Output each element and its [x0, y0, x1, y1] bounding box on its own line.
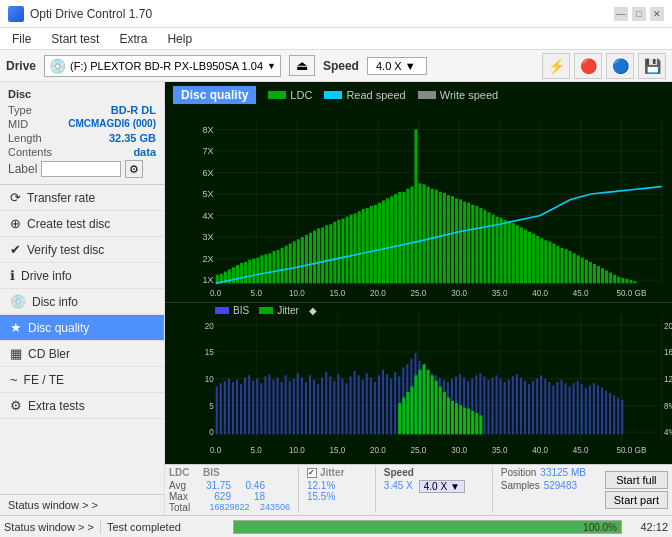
disc-contents-val: data [133, 146, 156, 158]
svg-rect-59 [341, 219, 344, 284]
svg-rect-54 [321, 227, 324, 283]
sidebar-item-transfer-rate[interactable]: ⟳ Transfer rate [0, 185, 164, 211]
status-window-btn[interactable]: Status window > > [0, 494, 164, 515]
svg-rect-60 [345, 217, 348, 284]
svg-rect-47 [293, 241, 296, 283]
sidebar-item-verify-test-disc-label: Verify test disc [27, 243, 104, 257]
svg-rect-186 [281, 382, 283, 434]
close-button[interactable]: ✕ [650, 7, 664, 21]
app-title: Opti Drive Control 1.70 [30, 7, 152, 21]
toolbar-btn-save[interactable]: 💾 [638, 53, 666, 79]
stats-col-jitter: Jitter [320, 467, 344, 478]
svg-rect-84 [443, 193, 446, 283]
svg-rect-249 [536, 378, 538, 434]
maximize-button[interactable]: □ [632, 7, 646, 21]
toolbar-btn-1[interactable]: ⚡ [542, 53, 570, 79]
status-time: 42:12 [628, 521, 668, 533]
svg-rect-94 [483, 210, 486, 283]
sidebar-item-fe-te[interactable]: ~ FE / TE [0, 367, 164, 393]
sidebar-item-disc-info[interactable]: 💿 Disc info [0, 289, 164, 315]
status-window-label: Status window > > [8, 499, 98, 511]
stats-total-label: Total [169, 502, 195, 513]
sidebar-item-create-test-disc[interactable]: ⊕ Create test disc [0, 211, 164, 237]
sidebar-item-verify-test-disc[interactable]: ✔ Verify test disc [0, 237, 164, 263]
svg-rect-83 [439, 192, 442, 283]
svg-rect-49 [301, 237, 304, 283]
sidebar-item-extra-tests[interactable]: ⚙ Extra tests [0, 393, 164, 419]
svg-rect-251 [544, 378, 546, 434]
speed-label: Speed [323, 59, 359, 73]
svg-rect-237 [487, 379, 489, 434]
svg-rect-72 [394, 194, 397, 283]
svg-rect-76 [410, 187, 413, 284]
svg-rect-201 [341, 378, 343, 434]
menu-start-test[interactable]: Start test [47, 30, 103, 48]
jitter-checkbox[interactable]: ✓ [307, 468, 317, 478]
svg-rect-210 [378, 375, 380, 434]
svg-rect-97 [496, 217, 499, 284]
svg-rect-290 [475, 413, 478, 434]
start-part-button[interactable]: Start part [605, 491, 668, 509]
sidebar-item-disc-quality[interactable]: ★ Disc quality [0, 315, 164, 341]
svg-rect-85 [447, 195, 450, 283]
svg-rect-257 [569, 386, 571, 434]
svg-rect-202 [345, 383, 347, 434]
window-controls: — □ ✕ [614, 7, 664, 21]
speed-select[interactable]: 4.0 X ▼ [367, 57, 427, 75]
svg-rect-125 [609, 273, 612, 284]
drive-select[interactable]: 💿 (F:) PLEXTOR BD-R PX-LB950SA 1.04 ▼ [44, 55, 281, 77]
disc-label-row: Label ⚙ [8, 160, 156, 178]
sidebar-item-cd-bler[interactable]: ▦ CD Bler [0, 341, 164, 367]
svg-text:25.0: 25.0 [411, 288, 427, 298]
sidebar-nav: ⟳ Transfer rate ⊕ Create test disc ✔ Ver… [0, 185, 164, 494]
svg-rect-52 [313, 231, 316, 284]
sidebar-item-drive-info[interactable]: ℹ Drive info [0, 263, 164, 289]
start-full-button[interactable]: Start full [605, 471, 668, 489]
svg-rect-266 [605, 391, 607, 434]
svg-text:1X: 1X [203, 274, 215, 285]
svg-rect-245 [520, 377, 522, 434]
menu-help[interactable]: Help [163, 30, 196, 48]
svg-rect-260 [581, 384, 583, 434]
status-window-bottom-btn[interactable]: Status window > > [4, 521, 94, 533]
minimize-button[interactable]: — [614, 7, 628, 21]
svg-text:40.0: 40.0 [532, 445, 548, 455]
svg-rect-36 [248, 260, 251, 284]
svg-rect-78 [419, 183, 422, 283]
svg-rect-50 [305, 235, 308, 283]
svg-rect-95 [487, 212, 490, 283]
svg-rect-119 [585, 260, 588, 284]
disc-label-input[interactable] [41, 161, 121, 177]
svg-rect-65 [366, 208, 369, 283]
svg-rect-253 [552, 385, 554, 434]
legend-jitter-label: Jitter [277, 305, 299, 316]
title-bar: Opti Drive Control 1.70 — □ ✕ [0, 0, 672, 28]
svg-rect-281 [439, 386, 442, 434]
toolbar-btn-3[interactable]: 🔵 [606, 53, 634, 79]
stats-avg-bis: 0.46 [235, 480, 265, 491]
svg-rect-124 [605, 270, 608, 283]
toolbar-btn-2[interactable]: 🔴 [574, 53, 602, 79]
stats-col-ldc: LDC [169, 467, 199, 478]
svg-text:4X: 4X [203, 210, 215, 221]
svg-rect-98 [500, 218, 503, 284]
eject-button[interactable]: ⏏ [289, 55, 315, 76]
svg-text:15.0: 15.0 [329, 445, 345, 455]
svg-rect-264 [597, 385, 599, 434]
svg-text:20.0: 20.0 [370, 445, 386, 455]
drive-info-icon: ℹ [10, 268, 15, 283]
speed-set-select[interactable]: 4.0 X ▼ [419, 480, 465, 493]
menu-file[interactable]: File [8, 30, 35, 48]
drive-value: (F:) PLEXTOR BD-R PX-LB950SA 1.04 [70, 60, 263, 72]
svg-rect-110 [548, 241, 551, 283]
sidebar-item-fe-te-label: FE / TE [24, 373, 64, 387]
legend-read-speed: Read speed [324, 89, 405, 101]
main-content: Disc Type BD-R DL MID CMCMAGDI6 (000) Le… [0, 82, 672, 515]
menu-extra[interactable]: Extra [115, 30, 151, 48]
bottom-chart-diamond: ◆ [309, 305, 317, 316]
svg-rect-242 [508, 379, 510, 434]
drive-label: Drive [6, 59, 36, 73]
disc-label-btn[interactable]: ⚙ [125, 160, 143, 178]
svg-rect-209 [374, 382, 376, 434]
svg-rect-89 [463, 202, 466, 284]
